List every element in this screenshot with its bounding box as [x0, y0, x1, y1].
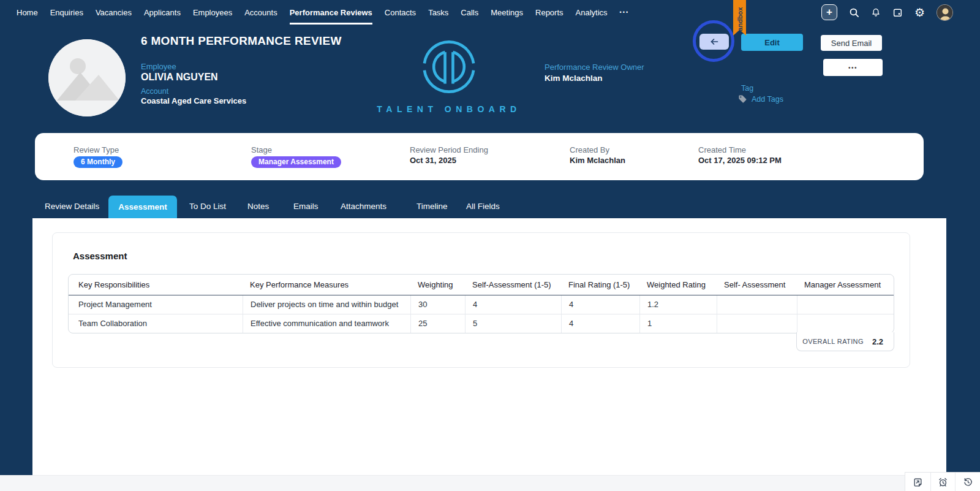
sandbox-ribbon-label: Sandbox	[736, 2, 744, 36]
tab-timeline[interactable]: Timeline	[417, 195, 448, 218]
column-header: Weighted Rating	[639, 275, 717, 295]
review-period-label: Review Period Ending	[410, 145, 488, 154]
nav-item-enquiries[interactable]: Enquiries	[50, 0, 83, 25]
tag-label: Tag	[741, 84, 753, 93]
table-cell: 4	[561, 295, 639, 314]
nav-item-analytics[interactable]: Analytics	[576, 0, 608, 25]
add-tags-link[interactable]: Add Tags	[738, 94, 783, 104]
bottom-strip	[0, 475, 980, 491]
record-tabs: Review Details Assessment To Do List Not…	[0, 195, 980, 218]
overall-rating-value: 2.2	[872, 337, 883, 346]
nav-item-contacts[interactable]: Contacts	[385, 0, 416, 25]
employee-name: OLIVIA NGUYEN	[141, 72, 218, 83]
summary-card	[35, 133, 924, 180]
table-row: Team Collaboration Effective communicati…	[69, 314, 894, 333]
record-photo-placeholder	[48, 39, 126, 116]
top-navigation: Home Enquiries Vacancies Applicants Empl…	[0, 0, 735, 25]
table-cell: 30	[410, 295, 465, 314]
sandbox-ribbon: Sandbox	[733, 0, 746, 36]
overall-rating-box: OVERALL RATING 2.2	[796, 332, 894, 351]
review-type-badge: 6 Monthly	[74, 156, 123, 168]
table-cell: Team Collaboration	[69, 314, 243, 333]
nav-item-accounts[interactable]: Accounts	[244, 0, 277, 25]
add-tags-label: Add Tags	[752, 95, 783, 104]
nav-item-meetings[interactable]: Meetings	[491, 0, 523, 25]
back-button[interactable]	[699, 34, 729, 50]
calendar-icon[interactable]	[892, 7, 903, 18]
table-cell	[717, 314, 797, 333]
stage-badge: Manager Assessment	[251, 156, 341, 168]
footer-utility-bar	[905, 472, 980, 491]
edit-button[interactable]: Edit	[741, 34, 803, 51]
tab-to-do-list[interactable]: To Do List	[189, 195, 226, 218]
created-by-value: Kim Mclachlan	[570, 156, 625, 165]
table-header-row: Key Responsibilities Key Performance Mea…	[69, 275, 894, 295]
nav-item-tasks[interactable]: Tasks	[428, 0, 448, 25]
table-cell: 4	[465, 295, 561, 314]
nav-item-performance-reviews[interactable]: Performance Reviews	[290, 0, 372, 25]
notes-shortcut-icon[interactable]	[905, 473, 930, 491]
nav-item-calls[interactable]: Calls	[461, 0, 478, 25]
quick-create-icon[interactable]: +	[821, 4, 837, 20]
column-header: Final Rating (1-5)	[561, 275, 639, 295]
created-time-label: Created Time	[698, 145, 746, 154]
nav-more-icon[interactable]: •••	[620, 9, 629, 15]
tab-assessment[interactable]: Assessment	[108, 196, 177, 218]
tab-notes[interactable]: Notes	[247, 195, 269, 218]
review-type-label: Review Type	[74, 145, 119, 154]
nav-item-reports[interactable]: Reports	[535, 0, 564, 25]
table-cell	[717, 295, 797, 314]
tab-review-details[interactable]: Review Details	[45, 195, 99, 218]
review-period-value: Oct 31, 2025	[410, 156, 456, 165]
topbar-icon-group: + ⚙	[821, 0, 953, 25]
more-actions-button[interactable]: •••	[823, 59, 883, 76]
table-cell: Project Management	[69, 295, 243, 314]
column-header: Key Performance Measures	[243, 275, 410, 295]
owner-label: Performance Review Owner	[545, 63, 644, 72]
created-time-value: Oct 17, 2025 09:12 PM	[698, 156, 782, 165]
talent-onboard-logo	[363, 37, 535, 99]
nav-item-vacancies[interactable]: Vacancies	[96, 0, 132, 25]
column-header: Manager Assessment	[797, 275, 894, 295]
user-avatar[interactable]	[937, 4, 953, 21]
owner-value: Kim Mclachlan	[545, 74, 603, 83]
column-header: Weighting	[410, 275, 465, 295]
alarm-clock-icon[interactable]	[930, 473, 956, 491]
table-cell: 25	[410, 314, 465, 333]
account-value: Coastal Aged Care Services	[141, 96, 246, 105]
notifications-bell-icon[interactable]	[871, 7, 881, 18]
assessment-section-title: Assessment	[73, 251, 127, 261]
performance-review-page: Home Enquiries Vacancies Applicants Empl…	[0, 0, 980, 491]
search-icon[interactable]	[849, 7, 859, 18]
page-title: 6 MONTH PERFORMANCE REVIEW	[141, 34, 342, 48]
column-header: Self- Assessment	[717, 275, 797, 295]
nav-item-home[interactable]: Home	[17, 0, 38, 25]
column-header: Self-Assessment (1-5)	[465, 275, 561, 295]
assessment-table: Key Responsibilities Key Performance Mea…	[68, 274, 894, 333]
nav-item-employees[interactable]: Employees	[193, 0, 232, 25]
table-cell: 5	[465, 314, 561, 333]
table-row: Project Management Deliver projects on t…	[69, 295, 894, 314]
tab-attachments[interactable]: Attachments	[341, 195, 386, 218]
send-email-button[interactable]: Send Email	[821, 35, 882, 51]
column-header: Key Responsibilities	[69, 275, 243, 295]
employee-label: Employee	[141, 62, 176, 71]
back-arrow-icon	[709, 37, 719, 47]
table-cell: Deliver projects on time and within budg…	[243, 295, 410, 314]
table-cell: Effective communication and teamwork	[243, 314, 410, 333]
table-cell: 4	[561, 314, 639, 333]
table-cell	[797, 314, 894, 333]
nav-item-applicants[interactable]: Applicants	[144, 0, 181, 25]
table-cell	[797, 295, 894, 314]
table-cell: 1	[639, 314, 717, 333]
account-label[interactable]: Account	[141, 87, 168, 96]
settings-gear-icon[interactable]: ⚙	[914, 7, 925, 18]
stage-label: Stage	[251, 145, 272, 154]
overall-rating-label: OVERALL RATING	[802, 338, 864, 345]
tag-icon	[738, 94, 747, 104]
image-placeholder-icon	[48, 39, 126, 116]
tab-all-fields[interactable]: All Fields	[466, 195, 500, 218]
tab-emails[interactable]: Emails	[293, 195, 318, 218]
created-by-label: Created By	[570, 145, 609, 154]
history-icon[interactable]	[955, 473, 980, 491]
